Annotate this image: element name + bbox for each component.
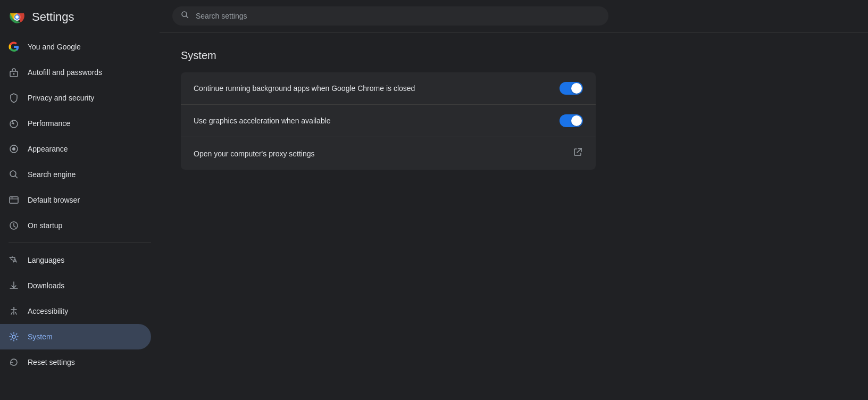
search-bar xyxy=(172,6,608,26)
sidebar-item-performance[interactable]: Performance xyxy=(0,111,151,136)
sidebar-item-downloads[interactable]: Downloads xyxy=(0,273,151,298)
background-apps-toggle-knob xyxy=(571,83,582,94)
sidebar-item-on-startup-label: On startup xyxy=(28,221,62,230)
sidebar-item-performance-label: Performance xyxy=(28,119,70,128)
svg-point-16 xyxy=(12,335,15,338)
svg-point-4 xyxy=(15,15,19,19)
svg-point-13 xyxy=(12,197,13,198)
background-apps-label: Continue running background apps when Go… xyxy=(194,84,560,93)
sidebar-navigation: You and Google Autofill and passwords Pr… xyxy=(0,34,160,375)
proxy-settings-row[interactable]: Open your computer's proxy settings xyxy=(181,137,596,170)
sidebar-item-reset-settings-label: Reset settings xyxy=(28,358,75,366)
external-link-icon xyxy=(572,147,583,160)
sidebar-item-accessibility-label: Accessibility xyxy=(28,307,68,315)
svg-point-12 xyxy=(11,197,12,198)
sidebar-item-system[interactable]: System xyxy=(0,324,151,349)
accessibility-icon xyxy=(9,306,19,316)
reset-icon xyxy=(9,357,19,368)
autofill-icon xyxy=(9,67,19,78)
sidebar-item-autofill-label: Autofill and passwords xyxy=(28,68,102,77)
svg-point-9 xyxy=(12,147,15,151)
nav-divider xyxy=(9,243,151,243)
system-settings-card: Continue running background apps when Go… xyxy=(181,72,596,170)
sidebar-item-default-browser-label: Default browser xyxy=(28,196,80,204)
startup-icon xyxy=(9,220,19,231)
background-apps-row: Continue running background apps when Go… xyxy=(181,72,596,105)
svg-point-10 xyxy=(10,171,16,177)
sidebar-item-you-and-google-label: You and Google xyxy=(28,43,81,51)
search-input[interactable] xyxy=(196,12,600,20)
chrome-logo-icon xyxy=(9,9,26,26)
sidebar-header: Settings xyxy=(0,4,160,34)
sidebar-item-system-label: System xyxy=(28,332,53,341)
sidebar-item-appearance[interactable]: Appearance xyxy=(0,136,151,162)
sidebar-item-privacy[interactable]: Privacy and security xyxy=(0,85,151,111)
google-icon xyxy=(9,41,19,52)
proxy-settings-label: Open your computer's proxy settings xyxy=(194,149,572,158)
sidebar-item-languages[interactable]: Languages xyxy=(0,247,151,273)
sidebar-item-privacy-label: Privacy and security xyxy=(28,94,94,102)
system-icon xyxy=(9,331,19,342)
sidebar-item-default-browser[interactable]: Default browser xyxy=(0,187,151,213)
browser-icon xyxy=(9,195,19,205)
sidebar-item-you-and-google[interactable]: You and Google xyxy=(0,34,151,60)
gpu-acceleration-toggle[interactable] xyxy=(560,114,583,127)
downloads-icon xyxy=(9,280,19,291)
sidebar-item-search-engine-label: Search engine xyxy=(28,170,76,179)
search-bar-container xyxy=(160,0,868,32)
sidebar: Settings You and Google xyxy=(0,0,160,400)
sidebar-item-on-startup[interactable]: On startup xyxy=(0,213,151,238)
gpu-acceleration-toggle-knob xyxy=(571,115,582,126)
sidebar-item-autofill[interactable]: Autofill and passwords xyxy=(0,60,151,85)
shield-icon xyxy=(9,93,19,103)
search-icon xyxy=(181,11,189,21)
main-content: System Continue running background apps … xyxy=(160,0,868,400)
sidebar-title: Settings xyxy=(32,10,74,24)
search-icon xyxy=(9,169,19,180)
sidebar-item-appearance-label: Appearance xyxy=(28,145,68,153)
svg-point-15 xyxy=(13,307,15,309)
sidebar-item-accessibility[interactable]: Accessibility xyxy=(0,298,151,324)
sidebar-item-languages-label: Languages xyxy=(28,256,64,264)
sidebar-item-search-engine[interactable]: Search engine xyxy=(0,162,151,187)
gpu-acceleration-label: Use graphics acceleration when available xyxy=(194,116,560,125)
content-area: System Continue running background apps … xyxy=(160,32,617,187)
gpu-acceleration-row: Use graphics acceleration when available xyxy=(181,105,596,137)
languages-icon xyxy=(9,255,19,265)
appearance-icon xyxy=(9,144,19,154)
performance-icon xyxy=(9,118,19,129)
background-apps-toggle[interactable] xyxy=(560,82,583,95)
sidebar-item-downloads-label: Downloads xyxy=(28,281,64,290)
svg-point-6 xyxy=(13,73,15,75)
sidebar-item-reset-settings[interactable]: Reset settings xyxy=(0,349,151,375)
section-title: System xyxy=(181,49,596,62)
